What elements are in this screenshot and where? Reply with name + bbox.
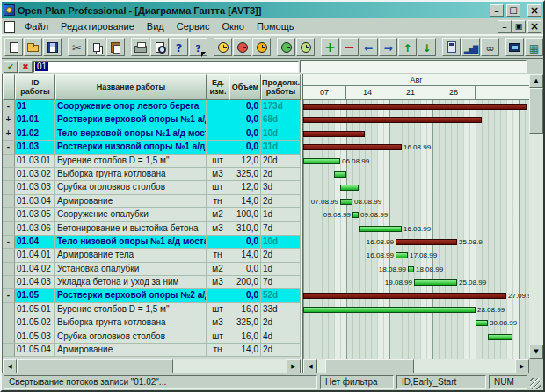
- mdi-close-button[interactable]: [527, 20, 541, 33]
- grid-button[interactable]: [525, 38, 543, 56]
- add-button[interactable]: [321, 38, 339, 56]
- expand-toggle[interactable]: [3, 276, 15, 289]
- clock-plus-button[interactable]: [296, 38, 315, 56]
- clock-yellow-button[interactable]: [214, 38, 232, 56]
- gantt-bar-task[interactable]: [334, 171, 346, 178]
- table-row[interactable]: 01.05.02Выборка грунта котлованам3325,02…: [3, 316, 301, 330]
- header-volume[interactable]: Объем: [229, 74, 261, 100]
- scroll-up-arrow-icon[interactable]: [529, 74, 543, 88]
- cut-button[interactable]: [68, 38, 86, 56]
- scroll-left-arrow-icon[interactable]: [3, 359, 17, 373]
- expand-toggle[interactable]: -: [3, 289, 15, 302]
- expand-toggle[interactable]: [3, 222, 15, 236]
- gantt-bar-summary[interactable]: [303, 104, 527, 110]
- scroll-track[interactable]: [17, 359, 287, 373]
- gantt-bar-task[interactable]: [340, 199, 352, 205]
- cancel-button[interactable]: [18, 61, 33, 73]
- table-row[interactable]: 01.05.03Срубка оголовков столбовшт16,04d: [3, 330, 301, 344]
- table-row[interactable]: 01.05.01Бурение столбов D = 1,5 м"шт16,0…: [3, 303, 301, 316]
- chart-button[interactable]: [461, 38, 480, 56]
- table-row[interactable]: 01.04.01Армирование телатн14,02d: [3, 249, 301, 262]
- remove-button[interactable]: [340, 38, 359, 56]
- gantt-bar-summary[interactable]: [303, 117, 482, 123]
- mdi-minimize-button[interactable]: [498, 20, 512, 33]
- paste-button[interactable]: [106, 38, 125, 56]
- expand-toggle[interactable]: [3, 263, 15, 276]
- chart-horizontal-scrollbar[interactable]: [303, 359, 529, 373]
- table-row[interactable]: 01.04.02Установка опалубким20,01d: [3, 263, 301, 276]
- expand-toggle[interactable]: [3, 181, 15, 194]
- menu-item-5[interactable]: Окно: [215, 19, 251, 33]
- table-row[interactable]: 01.05.04Армированиетн14,02d: [3, 344, 301, 357]
- expand-toggle[interactable]: +: [3, 127, 15, 141]
- table-row[interactable]: -01.05Ростверки верховой опоры №2 а/д0,0…: [3, 289, 301, 302]
- mdi-restore-button[interactable]: [512, 20, 526, 33]
- scroll-thumb[interactable]: [529, 88, 543, 134]
- expand-toggle[interactable]: -: [3, 100, 15, 113]
- indent-button[interactable]: [379, 38, 397, 56]
- table-row[interactable]: 01.03.03Срубка оголовков столбовшт12,03d: [3, 181, 301, 194]
- table-row[interactable]: +01.02Тело верховой опоры №1 а/д моста0,…: [3, 127, 301, 141]
- move-up-button[interactable]: [398, 38, 417, 56]
- gantt-bar-summary[interactable]: [303, 293, 506, 299]
- gantt-bar-task[interactable]: [352, 212, 359, 218]
- help-button[interactable]: [170, 38, 188, 56]
- menu-item-2[interactable]: Редактирование: [54, 19, 141, 33]
- expand-toggle[interactable]: [3, 249, 15, 262]
- link-button[interactable]: [481, 38, 499, 56]
- scroll-right-arrow-icon[interactable]: [287, 359, 301, 373]
- expand-toggle[interactable]: [3, 195, 15, 208]
- header-id[interactable]: ID работы: [15, 74, 55, 100]
- gantt-bar-summary[interactable]: [303, 144, 402, 150]
- clock-red-button[interactable]: [233, 38, 251, 56]
- table-row[interactable]: 01.03.01Бурение столбов D = 1,5 м"шт12,0…: [3, 155, 301, 168]
- gantt-bar-task[interactable]: [340, 185, 359, 191]
- expand-toggle[interactable]: -: [3, 236, 15, 249]
- scroll-right-arrow-icon[interactable]: [515, 359, 529, 373]
- document-icon[interactable]: [4, 21, 15, 33]
- confirm-button[interactable]: [4, 61, 18, 73]
- save-button[interactable]: [43, 38, 62, 56]
- menu-item-6[interactable]: Помощь: [251, 19, 301, 33]
- expand-toggle[interactable]: [3, 330, 15, 344]
- scroll-thumb[interactable]: [17, 359, 173, 373]
- monitor-button[interactable]: [505, 38, 524, 56]
- resize-grip-icon[interactable]: [530, 378, 541, 389]
- table-row[interactable]: -01.04Тело низовой опоры №1 а/д моста0,0…: [3, 236, 301, 249]
- table-row[interactable]: +01.01Ростверки верховой опоры №1 а/д0,0…: [3, 113, 301, 127]
- whatsthis-button[interactable]: [189, 38, 207, 56]
- copy-button[interactable]: [87, 38, 105, 56]
- table-row[interactable]: -01.03Ростверки низовой опоры №1 а/д м0,…: [3, 141, 301, 154]
- menu-item-3[interactable]: Вид: [141, 19, 171, 33]
- header-unit[interactable]: Ед. изм.: [207, 74, 229, 100]
- scroll-thumb[interactable]: [325, 359, 414, 373]
- menu-item-1[interactable]: Файл: [18, 19, 54, 33]
- gantt-bar-summary[interactable]: [396, 239, 457, 245]
- print-button[interactable]: [131, 38, 149, 56]
- table-horizontal-scrollbar[interactable]: [3, 359, 301, 373]
- clock-green-button[interactable]: [277, 38, 295, 56]
- table-row[interactable]: 01.03.06Бетонирование и выстойка бетонам…: [3, 222, 301, 236]
- vertical-scrollbar[interactable]: [529, 74, 543, 373]
- scroll-track[interactable]: [529, 88, 543, 345]
- header-name[interactable]: Название работы: [55, 74, 207, 100]
- table-row[interactable]: 01.03.05Сооружение опалубким2100,01d: [3, 208, 301, 221]
- scroll-down-arrow-icon[interactable]: [529, 345, 543, 359]
- table-row[interactable]: -01Сооружение опор левого берега0,0173d: [3, 100, 301, 113]
- table-row[interactable]: 01.03.02Выборка грунта котлованам3325,02…: [3, 168, 301, 181]
- title-bar[interactable]: Open Plan Professional - [Диаграмма Гант…: [2, 2, 543, 18]
- close-button[interactable]: [527, 4, 541, 17]
- new-button[interactable]: [4, 38, 23, 56]
- expand-toggle[interactable]: +: [3, 113, 15, 127]
- maximize-button[interactable]: [506, 4, 520, 17]
- calc-button[interactable]: [442, 38, 461, 56]
- gantt-bar-task[interactable]: [476, 320, 488, 326]
- expand-toggle[interactable]: [3, 155, 15, 168]
- gantt-bar-summary[interactable]: [303, 131, 365, 137]
- gantt-bar-task[interactable]: [414, 279, 457, 286]
- edit-input[interactable]: 01: [33, 61, 299, 73]
- header-duration[interactable]: Продолж. работы: [261, 74, 301, 100]
- expand-toggle[interactable]: [3, 316, 15, 330]
- menu-item-4[interactable]: Сервис: [171, 19, 216, 33]
- outdent-button[interactable]: [360, 38, 378, 56]
